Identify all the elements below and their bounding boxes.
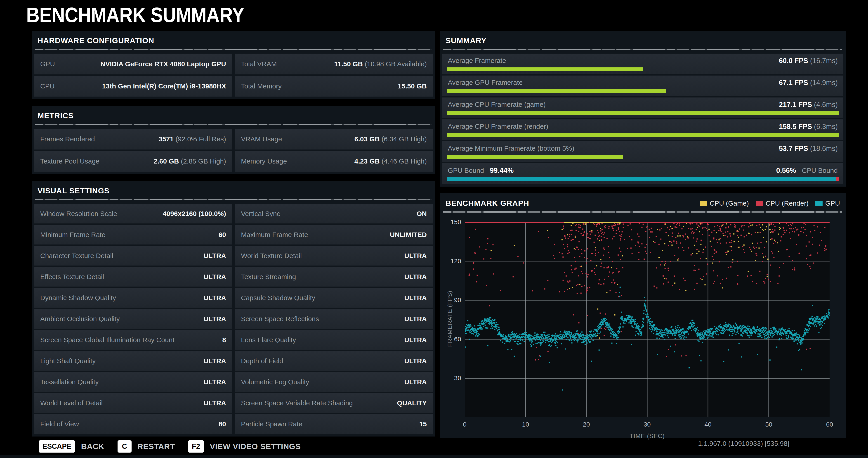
setting-cell: World Level of DetailULTRA: [34, 393, 232, 413]
summary-header: SUMMARY: [445, 36, 487, 45]
setting-cell: Dynamic Shadow QualityULTRA: [34, 288, 232, 308]
metric-label: VRAM Usage: [241, 135, 282, 143]
setting-cell: Vertical SyncON: [235, 204, 433, 224]
metric-row: Texture Pool Usage2.60 GB (2.85 GB High)…: [34, 151, 433, 172]
metric-row: Frames Rendered3571 (92.0% Full Res)VRAM…: [34, 129, 433, 149]
setting-value: 15: [419, 420, 427, 428]
keycap-c: C: [118, 440, 131, 453]
setting-value: ULTRA: [404, 336, 427, 344]
bound-bar-gpu-fill: [447, 177, 836, 181]
left-column: HARDWARE CONFIGURATION GPUNVIDIA GeForce…: [32, 31, 435, 436]
setting-cell: Minimum Frame Rate60: [34, 225, 232, 245]
setting-row: Character Texture DetailULTRAWorld Textu…: [34, 246, 433, 265]
summary-row: Average Minimum Framerate (bottom 5%)53.…: [442, 141, 843, 162]
setting-row: World Level of DetailULTRAScreen Space V…: [34, 393, 433, 413]
setting-label: World Texture Detail: [241, 252, 302, 260]
keycap-f2: F2: [188, 440, 204, 453]
summary-panel: SUMMARY Average Framerate60.0 FPS (16.7m…: [440, 31, 846, 187]
setting-value: ULTRA: [204, 252, 226, 260]
setting-cell: Depth of FieldULTRA: [235, 351, 433, 371]
bound-bar-cpu-fill: [836, 177, 839, 181]
key-hint-restart[interactable]: CRESTART: [118, 440, 175, 453]
summary-ms-value: (16.7ms): [810, 57, 838, 65]
summary-bar-fill: [447, 155, 623, 159]
summary-label: Average GPU Framerate: [448, 79, 523, 86]
y-tick-label: 30: [443, 375, 461, 382]
summary-label: Average CPU Framerate (game): [448, 101, 546, 108]
setting-cell: World Texture DetailULTRA: [235, 246, 433, 265]
summary-bar-fill: [447, 67, 643, 71]
setting-row: Window Resolution Scale4096x2160 (100.0%…: [34, 204, 433, 224]
legend-label: CPU (Render): [766, 199, 809, 207]
legend-item: CPU (Render): [756, 199, 809, 207]
setting-row: Dynamic Shadow QualityULTRACapsule Shado…: [34, 288, 433, 308]
legend-item: CPU (Game): [700, 199, 749, 207]
bound-bar: [447, 177, 839, 181]
hardware-label: CPU: [40, 82, 55, 90]
setting-cell: Tessellation QualityULTRA: [34, 372, 232, 392]
grunge-divider: [35, 49, 432, 50]
legend-swatch-gpu: [815, 201, 823, 206]
bound-right-group: 0.56%CPU Bound: [776, 167, 838, 175]
hardware-cell: Total VRAM11.50 GB (10.98 GB Available): [235, 54, 433, 75]
setting-value: ULTRA: [204, 315, 226, 323]
key-hint-back[interactable]: ESCAPEBACK: [39, 440, 104, 453]
gpu-bound-value: 99.44%: [490, 167, 514, 175]
summary-label: Average Framerate: [448, 57, 506, 64]
keycap-escape: ESCAPE: [39, 440, 75, 453]
x-tick-label: 10: [522, 421, 529, 428]
metric-cell: Memory Usage4.23 GB (4.46 GB High): [235, 151, 433, 172]
setting-row: Ambient Occlusion QualityULTRAScreen Spa…: [34, 309, 433, 328]
visual-settings-header: VISUAL SETTINGS: [37, 187, 110, 195]
metric-value-extra: (92.0% Full Res): [176, 135, 226, 143]
hardware-cell: GPUNVIDIA GeForce RTX 4080 Laptop GPU: [34, 54, 232, 75]
setting-cell: Character Texture DetailULTRA: [34, 246, 232, 265]
setting-cell: Maximum Frame RateUNLIMITED: [235, 225, 433, 245]
x-tick-label: 40: [704, 421, 711, 428]
setting-cell: Screen Space Global Illumination Ray Cou…: [34, 330, 232, 350]
setting-cell: Effects Texture DetailULTRA: [34, 267, 232, 287]
setting-value: ULTRA: [404, 378, 427, 386]
summary-bar-track: [447, 111, 839, 115]
legend-label: GPU: [825, 199, 840, 207]
setting-cell: Capsule Shadow QualityULTRA: [235, 288, 433, 308]
setting-label: Depth of Field: [241, 357, 283, 365]
summary-bar-track: [447, 67, 839, 71]
setting-row: Screen Space Global Illumination Ray Cou…: [34, 330, 433, 350]
setting-label: Character Texture Detail: [40, 252, 113, 260]
hardware-row: CPU13th Gen Intel(R) Core(TM) i9-13980HX…: [34, 76, 433, 96]
metric-value: 6.03 GB (6.34 GB High): [354, 135, 427, 143]
hardware-configuration-header: HARDWARE CONFIGURATION: [37, 36, 154, 45]
setting-value: ULTRA: [204, 378, 226, 386]
hardware-label: GPU: [40, 60, 55, 68]
grunge-divider: [443, 211, 842, 212]
summary-bar-fill: [447, 89, 666, 93]
setting-label: Maximum Frame Rate: [241, 231, 308, 239]
setting-value: 8: [222, 336, 226, 344]
setting-cell: Window Resolution Scale4096x2160 (100.0%…: [34, 204, 232, 224]
setting-label: Dynamic Shadow Quality: [40, 294, 116, 302]
setting-label: Light Shaft Quality: [40, 357, 96, 365]
metric-value: 4.23 GB (4.46 GB High): [354, 158, 427, 165]
setting-cell: Screen Space ReflectionsULTRA: [235, 309, 433, 328]
metric-label: Memory Usage: [241, 158, 287, 165]
summary-bar-track: [447, 133, 839, 137]
setting-label: World Level of Detail: [40, 399, 103, 407]
metric-label: Texture Pool Usage: [40, 158, 99, 165]
setting-value: 4096x2160 (100.0%): [163, 210, 226, 218]
summary-bar-fill: [447, 111, 839, 115]
metric-value-extra: (4.46 GB High): [381, 158, 427, 165]
setting-value: ULTRA: [404, 294, 427, 302]
key-hint-view-video-settings[interactable]: F2VIEW VIDEO SETTINGS: [188, 440, 301, 453]
cpu-bound-label: CPU Bound: [802, 167, 838, 174]
setting-cell: Light Shaft QualityULTRA: [34, 351, 232, 371]
hardware-value: NVIDIA GeForce RTX 4080 Laptop GPU: [100, 60, 226, 68]
gpu-cpu-bound-row: GPU Bound99.44%0.56%CPU Bound: [442, 163, 843, 184]
setting-cell: Volumetric Fog QualityULTRA: [235, 372, 433, 392]
x-axis-title: TIME (SEC): [629, 433, 665, 440]
key-action-label: RESTART: [137, 442, 175, 451]
hardware-label: Total Memory: [241, 82, 282, 90]
bottom-strip: [0, 455, 868, 458]
setting-cell: Lens Flare QualityULTRA: [235, 330, 433, 350]
summary-label: Average CPU Framerate (render): [448, 122, 548, 130]
